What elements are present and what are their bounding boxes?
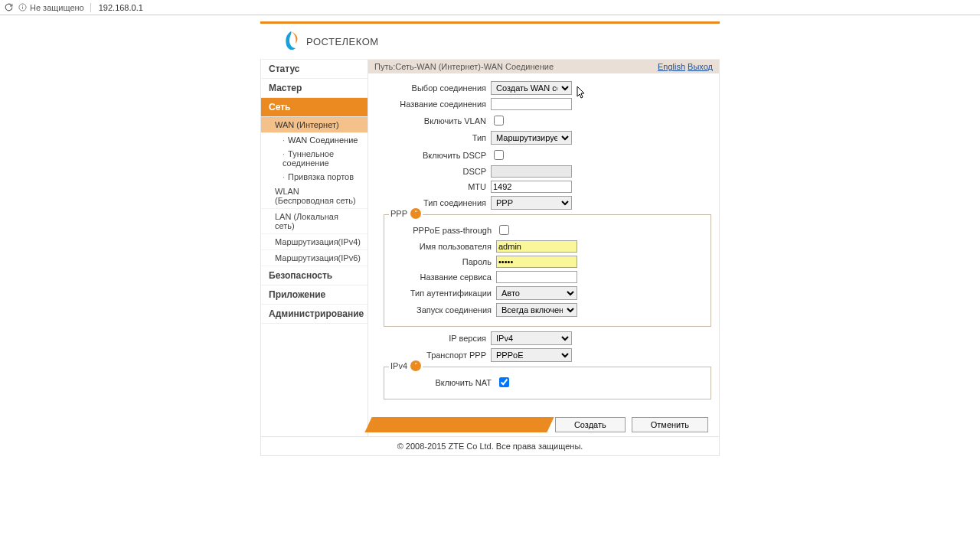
nav-wlan[interactable]: WLAN (Беспроводная сеть) <box>261 184 368 209</box>
nav-network[interactable]: Сеть <box>261 98 368 117</box>
nav-routing-ipv6[interactable]: Маршрутизация(IPv6) <box>261 250 368 266</box>
ipv4-legend: IPv4 <box>390 361 407 370</box>
breadcrumb-bar: Путь:Сеть-WAN (Интернет)-WAN Соединение … <box>368 60 719 73</box>
ppp-legend: PPP <box>390 209 407 218</box>
input-username[interactable] <box>496 240 577 253</box>
lang-link[interactable]: English <box>658 62 685 71</box>
label-service-name: Название сервиса <box>389 272 496 282</box>
select-connection[interactable]: Создать WAN соед <box>491 81 572 95</box>
label-enable-vlan: Включить VLAN <box>376 116 491 126</box>
checkbox-nat[interactable] <box>499 377 509 387</box>
create-button[interactable]: Создать <box>555 417 626 432</box>
nav-routing-ipv4[interactable]: Маршрутизация(IPv4) <box>261 234 368 250</box>
label-ppp-passthrough: PPPoE pass-through <box>389 226 496 235</box>
insecure-text: Не защищено <box>30 3 84 12</box>
label-conn-type: Тип соединения <box>376 198 491 207</box>
input-dscp <box>491 165 572 178</box>
input-mtu[interactable] <box>491 181 572 193</box>
form-area: Выбор соединения Создать WAN соед Назван… <box>368 73 719 407</box>
decorative-stripe <box>364 417 554 432</box>
logout-link[interactable]: Выход <box>688 62 713 71</box>
browser-address-bar: Не защищено 192.168.0.1 <box>0 0 980 15</box>
collapse-icon[interactable]: ˄ <box>410 208 421 219</box>
input-password[interactable] <box>496 256 577 268</box>
ppp-section: PPP ˄ PPPoE pass-through Имя пользовател… <box>384 214 711 327</box>
nav-port-binding[interactable]: Привязка портов <box>261 170 368 184</box>
rostelecom-icon <box>282 30 300 53</box>
label-auth-type: Тип аутентификации <box>389 289 496 298</box>
sidebar: Статус Мастер Сеть WAN (Интернет) WAN Со… <box>261 60 368 436</box>
reload-icon[interactable] <box>3 2 14 13</box>
label-enable-dscp: Включить DSCP <box>376 151 491 160</box>
select-conn-type[interactable]: PPP <box>491 196 572 210</box>
label-dscp: DSCP <box>376 167 491 176</box>
checkbox-vlan[interactable] <box>494 116 504 126</box>
cancel-button[interactable]: Отменить <box>632 417 708 432</box>
select-ip-version[interactable]: IPv4 <box>491 331 572 345</box>
svg-rect-1 <box>22 7 23 9</box>
checkbox-dscp[interactable] <box>494 150 504 160</box>
nav-lan[interactable]: LAN (Локальная сеть) <box>261 209 368 234</box>
nav-admin[interactable]: Администрирование <box>261 305 368 324</box>
brand-logo: РОСТЕЛЕКОМ <box>282 30 379 53</box>
label-type: Тип <box>376 133 491 142</box>
ipv4-section: IPv4 ˄ Включить NAT <box>384 367 711 399</box>
select-ppp-transport[interactable]: PPPoE <box>491 348 572 362</box>
label-password: Пароль <box>389 257 496 266</box>
collapse-icon[interactable]: ˄ <box>410 360 421 371</box>
select-auth-type[interactable]: Авто <box>496 286 577 300</box>
checkbox-ppp-passthrough[interactable] <box>499 225 509 235</box>
label-ppp-transport: Транспорт PPP <box>376 350 491 360</box>
main-panel: Путь:Сеть-WAN (Интернет)-WAN Соединение … <box>368 60 719 436</box>
nav-status[interactable]: Статус <box>261 60 368 79</box>
page-container: РОСТЕЛЕКОМ Статус Мастер Сеть WAN (Интер… <box>260 15 720 456</box>
select-type[interactable]: Маршрутизируемо <box>491 131 572 145</box>
action-bar: Создать Отменить <box>368 413 719 436</box>
input-connection-name[interactable] <box>491 98 572 110</box>
nav-wan[interactable]: WAN (Интернет) <box>261 117 368 133</box>
label-mtu: MTU <box>376 182 491 191</box>
nav-tunnel[interactable]: Туннельное соединение <box>261 147 368 170</box>
breadcrumb: Сеть-WAN (Интернет)-WAN Соединение <box>395 62 554 71</box>
nav-application[interactable]: Приложение <box>261 285 368 305</box>
nav-wan-connection[interactable]: WAN Соединение <box>261 133 368 147</box>
label-username: Имя пользователя <box>389 242 496 251</box>
label-dial-mode: Запуск соединения <box>389 305 496 315</box>
label-enable-nat: Включить NAT <box>389 378 496 387</box>
insecure-indicator: Не защищено <box>18 3 91 12</box>
brand-text: РОСТЕЛЕКОМ <box>306 36 379 47</box>
url-text: 192.168.0.1 <box>96 3 143 12</box>
svg-rect-2 <box>22 5 23 6</box>
label-ip-version: IP версия <box>376 334 491 343</box>
footer-text: © 2008-2015 ZTE Co Ltd. Все права защище… <box>260 436 720 456</box>
header: РОСТЕЛЕКОМ <box>260 21 720 60</box>
label-select-connection: Выбор соединения <box>376 83 491 93</box>
input-service-name[interactable] <box>496 271 577 283</box>
path-prefix: Путь: <box>374 62 395 71</box>
nav-wizard[interactable]: Мастер <box>261 79 368 98</box>
select-dial-mode[interactable]: Всегда включено <box>496 303 577 317</box>
info-icon <box>18 3 27 11</box>
nav-security[interactable]: Безопасность <box>261 266 368 285</box>
label-connection-name: Название соединения <box>376 99 491 109</box>
